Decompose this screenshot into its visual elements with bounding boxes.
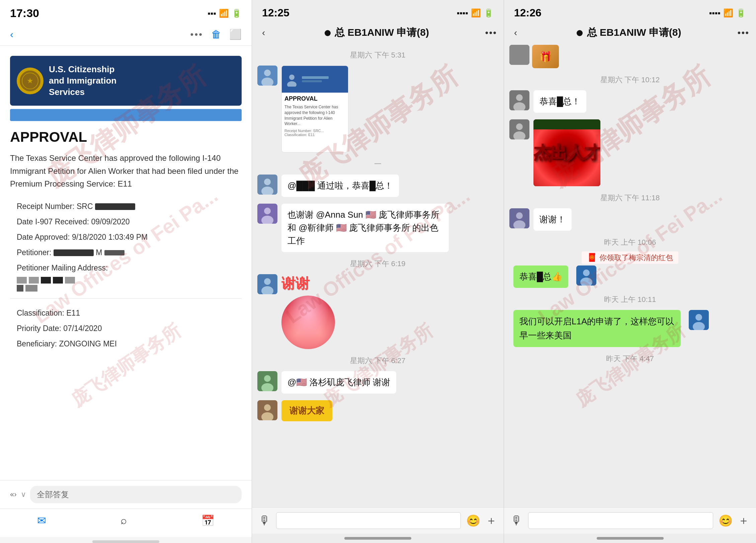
msg-text-2-p2: 也谢谢 @Anna Sun 🇺🇸 庞飞律师事务所 和 @靳律师 🇺🇸 庞飞律师事…: [287, 210, 439, 246]
trash-button[interactable]: 🗑: [211, 29, 221, 40]
svg-point-29: [516, 123, 523, 130]
avatar-watermelon-p3: [509, 119, 529, 139]
bubble-thanks-p3: 谢谢！: [533, 208, 572, 231]
email-body: APPROVAL The Texas Service Center has ap…: [0, 121, 252, 359]
bubble-outgoing-1-p3: 恭喜█总👍: [513, 265, 568, 288]
msg-partial-top-p3: 🎁: [509, 45, 751, 68]
addr-redacted2: [29, 277, 39, 284]
svg-point-7: [289, 75, 295, 80]
wifi-icon: 📶: [219, 9, 229, 18]
input-bar-p3[interactable]: 🎙 😊 ＋: [504, 507, 756, 534]
sticker-container-p2: 谢谢: [281, 274, 335, 349]
svg-point-10: [264, 179, 271, 185]
toolbar-right: ••• 🗑 ⬜: [190, 28, 242, 40]
avatar-2-p2: [257, 204, 277, 224]
chat-input-p3[interactable]: [528, 512, 713, 529]
wechat-more-p2[interactable]: •••: [485, 27, 497, 38]
svg-point-35: [583, 269, 590, 276]
wifi-icon-p3: 📶: [723, 8, 733, 18]
input-bar-p2[interactable]: 🎙 😊 ＋: [252, 507, 504, 534]
priority-label: Priority Date: 07/14/2020: [17, 324, 102, 333]
preview-top: [282, 66, 348, 93]
thanks-all-text: 谢谢大家: [289, 406, 324, 416]
msg-sticker2-p2: 谢谢大家: [257, 400, 498, 421]
partial-avatar-p3: [509, 45, 529, 65]
email-toolbar[interactable]: ‹ ••• 🗑 ⬜: [0, 23, 252, 46]
date-approved-line: Date Approved: 9/18/2020 1:03:49 PM: [17, 229, 242, 245]
msg-thanks-p3: 谢谢！: [509, 208, 751, 231]
avatar-congrats-p3: [509, 90, 529, 110]
receipt-line: Receipt Number: SRC: [17, 199, 242, 214]
msg-text-1-p2: @███ 通过啦，恭喜█总！: [287, 181, 393, 191]
wechat-title-text-p3: 总 EB1ANIW 申请(8): [587, 27, 681, 38]
bubble-2-p2: 也谢谢 @Anna Sun 🇺🇸 庞飞律师事务所 和 @靳律师 🇺🇸 庞飞律师事…: [281, 204, 449, 252]
thanks-text-sticker: 谢谢: [281, 274, 335, 293]
avatar-1-p2: [257, 175, 277, 195]
uscis-banner: ★ U.S. Citizenshipand ImmigrationService…: [10, 56, 242, 106]
wechat-more-p3[interactable]: •••: [738, 27, 749, 38]
reply-arrows: «›: [10, 490, 17, 499]
approval-title: APPROVAL: [10, 129, 242, 145]
preview-avatar-sm: [284, 72, 299, 87]
add-button-p2[interactable]: ＋: [486, 513, 497, 528]
emoji-button-p2[interactable]: 😊: [466, 514, 480, 527]
home-indicator-phone1: [92, 540, 159, 543]
home-indicator-p2: [344, 537, 411, 540]
voice-button-p3[interactable]: 🎙: [511, 514, 523, 528]
voice-button-p2[interactable]: 🎙: [259, 514, 271, 528]
preview-content: APPROVAL The Texas Service Center has ap…: [282, 93, 348, 152]
nav-mail-icon[interactable]: ✉: [37, 514, 46, 527]
signal-icon: ▪▪▪: [207, 9, 216, 18]
address-block: [17, 277, 242, 284]
chat-input-p2[interactable]: [276, 512, 461, 529]
back-button[interactable]: ‹: [10, 29, 13, 40]
addr-redacted4: [53, 277, 63, 284]
reply-all-input[interactable]: [30, 486, 242, 503]
add-button-p3[interactable]: ＋: [738, 513, 749, 528]
avatar-self-p3: [576, 265, 596, 286]
svg-point-19: [264, 375, 271, 382]
blue-divider-bar: [10, 109, 242, 121]
reply-bar[interactable]: «› ∨: [0, 480, 252, 509]
approval-body-text: The Texas Service Center has approved th…: [10, 152, 242, 190]
msg-watermelon-p3: 杰出人才: [509, 119, 751, 186]
msg-outgoing-2-p3: 我们可以开启L1A的申请了，这样您可以早一些来美国: [509, 310, 751, 347]
more-button[interactable]: •••: [190, 29, 203, 40]
svg-rect-24: [509, 45, 529, 65]
signal-icon-p2: ▪▪▪▪: [457, 8, 468, 18]
addr-redacted1: [17, 277, 27, 284]
msg-3-p2: @🇺🇸 洛杉矶庞飞律师 谢谢: [257, 371, 498, 394]
partial-image-p3: 🎁: [532, 45, 559, 68]
receipt-redacted: [95, 203, 135, 210]
battery-icon-p2: 🔋: [484, 8, 494, 18]
time-phone1: 17:30: [10, 7, 39, 20]
title-avatar-p2: [325, 30, 331, 36]
addr-redacted5: [65, 277, 75, 284]
beneficiary-line: Beneficiary: ZONGOING MEI: [17, 336, 242, 351]
msg-2-p2: 也谢谢 @Anna Sun 🇺🇸 庞飞律师事务所 和 @靳律师 🇺🇸 庞飞律师事…: [257, 204, 498, 252]
status-bar-phone3: 12:26 ▪▪▪▪ 📶 🔋: [504, 0, 756, 22]
petitioner-redacted2: [104, 250, 124, 255]
avatar-3-p2: [257, 371, 277, 391]
wechat-back-p3[interactable]: ‹: [511, 27, 520, 38]
bubble-congrats-p3: 恭喜█总！: [533, 90, 586, 113]
wechat-back-p2[interactable]: ‹: [259, 27, 268, 38]
timestamp-5-p3: 昨天 下午 4:47: [509, 354, 751, 364]
phone1-email: 庞飞律师事务所 Law Offices of Fei Pa... 庞飞律师事务所…: [0, 0, 252, 543]
emoji-button-p3[interactable]: 😊: [719, 514, 733, 527]
petitioner-redacted: [54, 249, 94, 256]
petitioner-label: Petitioner:: [17, 248, 54, 257]
beneficiary-label: Beneficiary: ZONGOING MEI: [17, 339, 117, 348]
date-approved-label: Date Approved: 9/18/2020 1:03:49 PM: [17, 233, 148, 241]
classification-details: Classification: E11 Priority Date: 07/14…: [10, 305, 242, 351]
battery-icon-p3: 🔋: [736, 8, 746, 18]
home-indicator-p3: [597, 537, 664, 540]
chat-area-p2: 星期六 下午 5:31: [252, 45, 504, 507]
toolbar-left: ‹: [10, 29, 13, 40]
status-icons-phone2: ▪▪▪▪ 📶 🔋: [457, 8, 494, 18]
nav-search-icon[interactable]: ⌕: [120, 514, 127, 527]
timestamp-1-p2: 星期六 下午 5:31: [257, 50, 498, 60]
nav-calendar-icon[interactable]: 📅: [201, 514, 215, 527]
timestamp-3-p2: 星期六 下午 6:19: [257, 259, 498, 269]
archive-button[interactable]: ⬜: [229, 28, 242, 40]
